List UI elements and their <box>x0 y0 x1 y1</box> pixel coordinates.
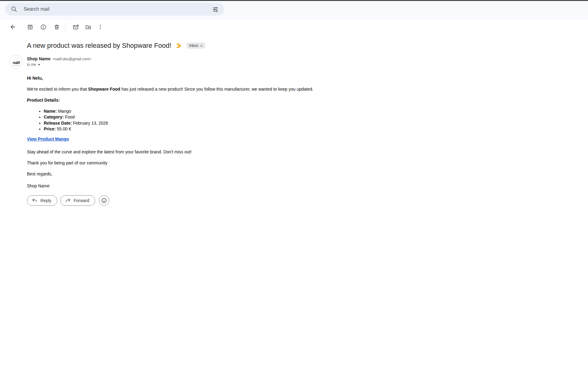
reply-label: Reply <box>40 198 51 203</box>
move-to-button[interactable] <box>82 21 94 33</box>
sender-email: <natif.dev@gmail.com> <box>53 57 91 61</box>
list-item: Name: Mango <box>44 108 314 115</box>
search-icon <box>11 6 17 13</box>
report-spam-icon <box>40 24 47 30</box>
trash-icon <box>54 24 60 30</box>
detail-label: Release Date: <box>44 121 72 126</box>
signoff: Best regards, <box>27 171 314 177</box>
reply-actions-row: Reply Forward <box>27 195 109 206</box>
search-placeholder: Search mail <box>24 6 49 12</box>
search-options-icon[interactable] <box>212 6 219 13</box>
move-to-folder-icon <box>85 24 91 30</box>
sender-block: Shop Name <natif.dev@gmail.com> to me <box>27 56 91 67</box>
link-paragraph: View Product Mango <box>27 136 314 142</box>
email-subject: A new product was released by Shopware F… <box>27 41 171 50</box>
list-item: Price: 55.00 € <box>44 126 314 132</box>
forward-label: Forward <box>74 198 89 203</box>
email-body: Hi Nelu, We're excited to inform you tha… <box>27 75 314 194</box>
product-details-list: Name: Mango Category: Food Release Date:… <box>27 108 314 132</box>
add-reaction-button[interactable] <box>99 195 109 206</box>
detail-label: Category: <box>44 115 64 119</box>
archive-button[interactable] <box>24 21 36 33</box>
detail-value: 55.00 € <box>56 126 71 131</box>
back-arrow-icon <box>9 24 16 30</box>
intro-paragraph: We're excited to inform you that Shopwar… <box>27 86 314 92</box>
forward-button[interactable]: Forward <box>60 195 95 206</box>
avatar-logo-icon <box>15 58 18 61</box>
intro-suffix: has just released a new product! Since y… <box>120 87 313 92</box>
forward-arrow-icon <box>65 197 71 204</box>
intro-manufacturer: Shopware Food <box>88 87 120 92</box>
archive-icon <box>27 24 33 30</box>
mark-unread-icon <box>73 24 79 30</box>
back-button[interactable] <box>7 21 19 33</box>
list-item: Release Date: February 13, 2026 <box>44 120 314 126</box>
show-details-control[interactable]: to me <box>27 62 91 67</box>
toolbar-divider <box>65 23 65 31</box>
more-options-button[interactable] <box>94 21 106 33</box>
view-product-link[interactable]: View Product Mango <box>27 137 69 141</box>
avatar-subtext: development <box>13 65 20 66</box>
detail-value: Food <box>64 115 75 119</box>
detail-label: Price: <box>44 126 56 131</box>
chevron-down-icon <box>38 64 40 66</box>
remove-label-icon[interactable]: × <box>200 44 203 48</box>
sender-avatar[interactable]: natif development <box>9 55 23 69</box>
mark-unread-button[interactable] <box>69 21 82 33</box>
detail-value: Mango <box>57 109 71 114</box>
sender-name: Shop Name <box>27 56 50 61</box>
delete-button[interactable] <box>50 21 63 33</box>
detail-label: Name: <box>44 109 57 114</box>
inbox-label-chip[interactable]: Inbox × <box>187 43 205 49</box>
details-heading: Product Details: <box>27 97 314 103</box>
intro-prefix: We're excited to inform you that <box>27 87 88 92</box>
subject-row: A new product was released by Shopware F… <box>27 41 205 50</box>
search-input[interactable]: Search mail <box>5 3 224 16</box>
avatar-text: natif <box>13 61 20 65</box>
recipient-text: to me <box>27 62 36 67</box>
emoji-smile-icon <box>101 197 107 204</box>
list-item: Category: Food <box>44 114 314 120</box>
greeting: Hi Nelu, <box>27 75 314 81</box>
outro-paragraph-1: Stay ahead of the curve and explore the … <box>27 149 314 155</box>
more-vert-icon <box>97 24 103 30</box>
detail-value: February 13, 2026 <box>72 121 108 126</box>
inbox-label-text: Inbox <box>189 43 198 48</box>
signature: Shop Name <box>27 183 314 189</box>
report-spam-button[interactable] <box>37 21 49 33</box>
importance-marker-icon[interactable] <box>176 43 182 48</box>
reply-button[interactable]: Reply <box>27 195 57 206</box>
reply-arrow-icon <box>32 197 38 204</box>
outro-paragraph-2: Thank you for being part of our communit… <box>27 160 314 166</box>
